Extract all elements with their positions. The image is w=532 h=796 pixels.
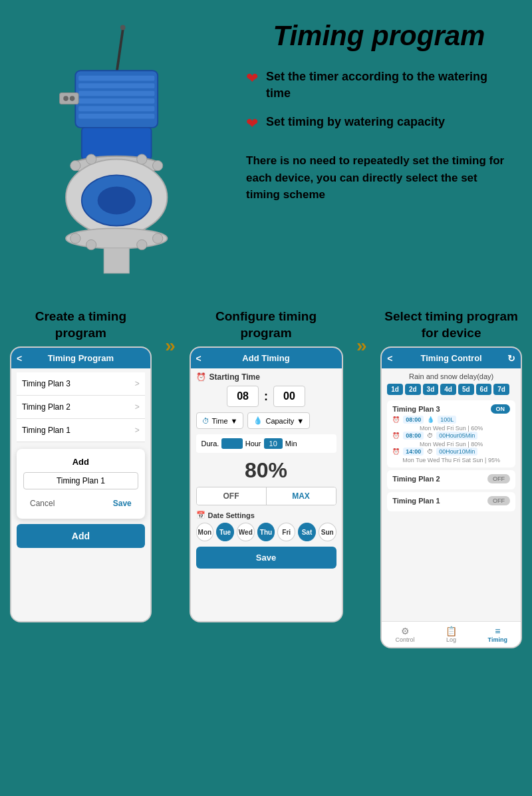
delay-4d[interactable]: 4d	[440, 384, 456, 395]
time-selector[interactable]: ⏱ Time ▼	[196, 412, 244, 429]
time-colon: :	[264, 390, 268, 404]
date-settings-label: 📅 Date Settings	[196, 511, 336, 519]
svg-rect-7	[78, 106, 154, 112]
phone-2-mockup: < Add Timing ⏰ Starting Time 08 : 00	[190, 346, 343, 622]
svg-rect-26	[104, 248, 129, 273]
control-icon: ⚙	[382, 626, 428, 636]
list-item-plan3[interactable]: Timing Plan 3 >	[17, 372, 145, 396]
bottom-nav: ⚙ Control 📋 Log ≡ Timing	[382, 621, 521, 647]
plan-name-input[interactable]	[23, 472, 138, 489]
phone-1-mockup: < Timing Program Timing Plan 3 > Timing …	[10, 346, 152, 622]
plan-3-header: Timing Plan 3 ON	[392, 404, 510, 414]
feature-item-2: ❤ Set timing by watering capacity	[246, 114, 512, 132]
plan-1-toggle[interactable]: OFF	[487, 496, 510, 505]
day-sat[interactable]: Sat	[298, 523, 316, 541]
hour-picker[interactable]: 08	[227, 386, 259, 407]
svg-point-17	[66, 228, 167, 248]
water-icon-3: ⏱	[427, 448, 433, 455]
clock-small-icon-3: ⏰	[392, 448, 400, 455]
heart-icon-1: ❤	[246, 70, 258, 87]
delay-3d[interactable]: 3d	[423, 384, 439, 395]
plan-2-toggle[interactable]: OFF	[487, 474, 510, 483]
step-2-title: Configure timing program	[190, 309, 343, 341]
plan-3-toggle[interactable]: ON	[491, 404, 511, 414]
water-icon-2: ⏱	[427, 432, 433, 439]
list-item-plan2[interactable]: Timing Plan 2 >	[17, 396, 145, 419]
delay-7d[interactable]: 7d	[493, 384, 509, 395]
off-button[interactable]: OFF	[197, 487, 267, 505]
feature-text-1: Set the timer according to the watering …	[266, 68, 512, 102]
svg-rect-5	[78, 91, 154, 96]
cap-badge-1: 100L	[438, 416, 456, 424]
delay-days-row: 1d 2d 3d 4d 5d 6d 7d	[387, 384, 515, 395]
bottom-section: Create a timing program < Timing Program…	[0, 302, 532, 667]
svg-point-24	[86, 239, 96, 249]
delay-6d[interactable]: 6d	[476, 384, 492, 395]
plan-2-header: Timing Plan 2 OFF	[392, 474, 510, 483]
plan-2-row: Timing Plan 2 OFF	[387, 470, 515, 489]
description-text: There is no need to repeatedly set the t…	[246, 152, 512, 203]
add-dialog-title: Add	[23, 457, 138, 467]
cancel-button[interactable]: Cancel	[23, 496, 61, 511]
delay-2d[interactable]: 2d	[405, 384, 421, 395]
svg-point-11	[70, 96, 75, 101]
svg-point-10	[63, 96, 68, 101]
svg-point-19	[153, 160, 163, 170]
day-mon[interactable]: Mon	[196, 523, 214, 541]
top-section: Timing program ❤ Set the timer according…	[0, 0, 532, 302]
delay-5d[interactable]: 5d	[458, 384, 474, 395]
plan-3-days-2: Mon Wed Fri Sun | 80%	[392, 441, 510, 448]
plan-2-name: Timing Plan 2	[392, 475, 440, 483]
off-max-row: OFF MAX	[196, 487, 336, 505]
phone-2-body: ⏰ Starting Time 08 : 00 ⏱ Time ▼	[191, 368, 342, 621]
svg-rect-4	[78, 83, 154, 88]
nav-timing[interactable]: ≡ Timing	[474, 626, 521, 643]
nav-log[interactable]: 📋 Log	[428, 626, 475, 643]
day-sun[interactable]: Sun	[319, 523, 336, 541]
svg-point-22	[70, 233, 80, 243]
plan-3-days-1: Mon Wed Fri Sun | 60%	[392, 425, 510, 432]
capacity-selector[interactable]: 💧 Capacity ▼	[247, 412, 310, 429]
right-content: Timing program ❤ Set the timer according…	[233, 20, 512, 203]
day-thu[interactable]: Thu	[257, 523, 275, 541]
plan-1-name: Timing Plan 1	[392, 497, 440, 505]
arrow-2: »	[343, 335, 381, 356]
chevron-icon: >	[135, 426, 140, 435]
feature-text-2: Set timing by watering capacity	[266, 114, 445, 130]
percent-display: 80%	[196, 458, 336, 483]
calendar-icon: 📅	[196, 511, 205, 519]
max-button[interactable]: MAX	[267, 487, 336, 505]
svg-line-0	[116, 29, 123, 74]
phone-2-header: < Add Timing	[191, 348, 342, 368]
refresh-icon[interactable]: ↻	[507, 353, 515, 364]
delay-1d[interactable]: 1d	[387, 384, 403, 395]
cap-badge-3: 00Hour10Min	[436, 448, 477, 456]
starting-time-label: ⏰ Starting Time	[196, 372, 336, 382]
back-icon-2[interactable]: <	[196, 353, 201, 364]
day-wed[interactable]: Wed	[237, 523, 255, 541]
nav-control[interactable]: ⚙ Control	[382, 626, 428, 643]
clock-icon: ⏰	[196, 372, 206, 382]
day-tue[interactable]: Tue	[216, 523, 234, 541]
save-timing-button[interactable]: Save	[196, 547, 336, 569]
save-button[interactable]: Save	[106, 496, 138, 511]
add-bottom-button[interactable]: Add	[17, 524, 145, 548]
back-icon-1[interactable]: <	[17, 353, 22, 364]
capacity-icon: 💧	[253, 416, 263, 425]
selectors-row: ⏱ Time ▼ 💧 Capacity ▼	[196, 412, 336, 429]
list-item-plan1[interactable]: Timing Plan 1 >	[17, 419, 145, 442]
phone-3-header: < Timing Control ↻	[382, 348, 521, 368]
minute-picker[interactable]: 00	[273, 386, 305, 407]
time-picker-row: 08 : 00	[196, 386, 336, 407]
delay-label: Rain and snow delay(day)	[387, 372, 515, 380]
phone-1-header: < Timing Program	[11, 348, 150, 368]
step-1-col: Create a timing program < Timing Program…	[10, 309, 152, 622]
step-1-title: Create a timing program	[10, 309, 152, 341]
dialog-buttons: Cancel Save	[23, 496, 138, 511]
step-2-col: Configure timing program < Add Timing ⏰ …	[190, 309, 343, 622]
day-fri[interactable]: Fri	[277, 523, 295, 541]
time-badge-2: 08:00	[403, 432, 424, 440]
phone-1-body: Timing Plan 3 > Timing Plan 2 > Timing P…	[11, 368, 150, 621]
step-3-title: Select timing program for device	[380, 309, 522, 341]
back-icon-3[interactable]: <	[387, 353, 392, 364]
